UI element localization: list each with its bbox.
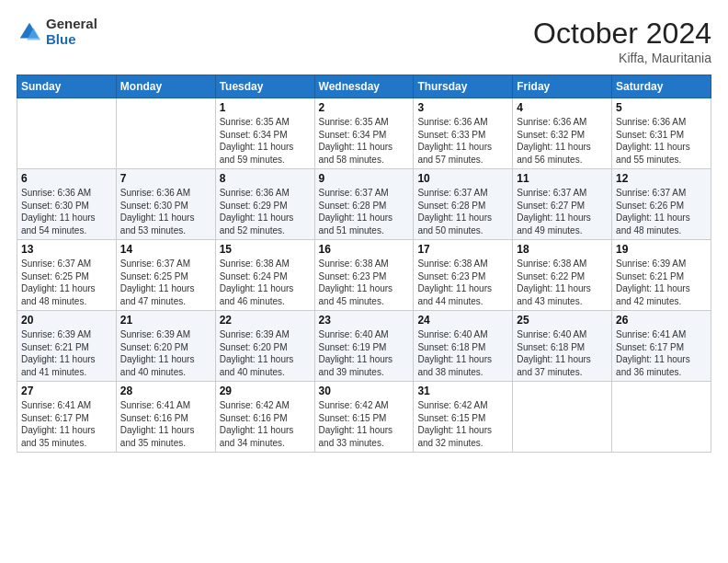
day-cell: 11Sunrise: 6:37 AMSunset: 6:27 PMDayligh… (513, 169, 612, 240)
week-row-4: 20Sunrise: 6:39 AMSunset: 6:21 PMDayligh… (17, 311, 711, 382)
day-info: Sunrise: 6:37 AMSunset: 6:28 PMDaylight:… (417, 187, 508, 236)
day-info: Sunrise: 6:35 AMSunset: 6:34 PMDaylight:… (220, 116, 311, 166)
day-cell: 22Sunrise: 6:39 AMSunset: 6:20 PMDayligh… (215, 311, 314, 382)
day-cell: 21Sunrise: 6:39 AMSunset: 6:20 PMDayligh… (116, 311, 215, 382)
day-info: Sunrise: 6:42 AMSunset: 6:15 PMDaylight:… (417, 399, 508, 449)
day-number: 27 (21, 385, 112, 397)
day-cell: 15Sunrise: 6:38 AMSunset: 6:24 PMDayligh… (215, 240, 314, 311)
day-info: Sunrise: 6:39 AMSunset: 6:21 PMDaylight:… (616, 258, 707, 307)
header: General Blue October 2024 Kiffa, Maurita… (17, 17, 711, 65)
day-info: Sunrise: 6:42 AMSunset: 6:16 PMDaylight:… (220, 399, 311, 449)
day-info: Sunrise: 6:38 AMSunset: 6:23 PMDaylight:… (319, 258, 410, 307)
day-number: 12 (616, 172, 707, 185)
day-cell: 17Sunrise: 6:38 AMSunset: 6:23 PMDayligh… (414, 240, 513, 311)
day-info: Sunrise: 6:41 AMSunset: 6:17 PMDaylight:… (616, 328, 707, 378)
day-number: 16 (319, 243, 410, 256)
day-number: 30 (319, 385, 410, 397)
day-header-thursday: Thursday (414, 75, 513, 98)
day-number: 6 (21, 172, 112, 185)
day-cell: 26Sunrise: 6:41 AMSunset: 6:17 PMDayligh… (612, 311, 711, 382)
day-number: 29 (220, 385, 311, 397)
day-info: Sunrise: 6:39 AMSunset: 6:20 PMDaylight:… (220, 328, 311, 378)
day-info: Sunrise: 6:40 AMSunset: 6:19 PMDaylight:… (319, 328, 410, 378)
day-info: Sunrise: 6:39 AMSunset: 6:20 PMDaylight:… (120, 328, 211, 378)
day-info: Sunrise: 6:35 AMSunset: 6:34 PMDaylight:… (319, 116, 410, 166)
day-cell: 24Sunrise: 6:40 AMSunset: 6:18 PMDayligh… (414, 311, 513, 382)
day-info: Sunrise: 6:36 AMSunset: 6:32 PMDaylight:… (517, 116, 608, 166)
day-info: Sunrise: 6:39 AMSunset: 6:21 PMDaylight:… (21, 328, 112, 378)
week-row-3: 13Sunrise: 6:37 AMSunset: 6:25 PMDayligh… (17, 240, 711, 311)
logo: General Blue (17, 17, 97, 47)
day-info: Sunrise: 6:37 AMSunset: 6:25 PMDaylight:… (120, 258, 211, 307)
day-cell: 1Sunrise: 6:35 AMSunset: 6:34 PMDaylight… (215, 98, 314, 169)
day-cell (17, 98, 117, 169)
day-number: 15 (220, 243, 311, 256)
day-cell (612, 382, 711, 453)
day-cell: 31Sunrise: 6:42 AMSunset: 6:15 PMDayligh… (414, 382, 513, 453)
day-cell: 2Sunrise: 6:35 AMSunset: 6:34 PMDaylight… (314, 98, 414, 169)
day-info: Sunrise: 6:40 AMSunset: 6:18 PMDaylight:… (417, 328, 508, 378)
header-row: SundayMondayTuesdayWednesdayThursdayFrid… (17, 75, 711, 98)
week-row-2: 6Sunrise: 6:36 AMSunset: 6:30 PMDaylight… (17, 169, 711, 240)
day-cell: 8Sunrise: 6:36 AMSunset: 6:29 PMDaylight… (215, 169, 314, 240)
day-info: Sunrise: 6:37 AMSunset: 6:26 PMDaylight:… (616, 187, 707, 236)
calendar-table: SundayMondayTuesdayWednesdayThursdayFrid… (17, 75, 711, 453)
title-block: October 2024 Kiffa, Mauritania (533, 17, 711, 65)
day-info: Sunrise: 6:36 AMSunset: 6:31 PMDaylight:… (616, 116, 707, 166)
day-info: Sunrise: 6:40 AMSunset: 6:18 PMDaylight:… (517, 328, 608, 378)
logo-general-label: General (46, 17, 97, 32)
day-number: 20 (21, 314, 112, 327)
day-info: Sunrise: 6:37 AMSunset: 6:27 PMDaylight:… (517, 187, 608, 236)
day-info: Sunrise: 6:36 AMSunset: 6:30 PMDaylight:… (120, 187, 211, 236)
day-number: 1 (220, 101, 311, 114)
day-cell: 14Sunrise: 6:37 AMSunset: 6:25 PMDayligh… (116, 240, 215, 311)
page: General Blue October 2024 Kiffa, Maurita… (0, 0, 728, 563)
day-info: Sunrise: 6:41 AMSunset: 6:17 PMDaylight:… (21, 399, 112, 449)
day-cell: 29Sunrise: 6:42 AMSunset: 6:16 PMDayligh… (215, 382, 314, 453)
day-number: 31 (417, 385, 508, 397)
day-number: 3 (417, 101, 508, 114)
day-info: Sunrise: 6:41 AMSunset: 6:16 PMDaylight:… (120, 399, 211, 449)
day-number: 22 (220, 314, 311, 327)
day-cell: 30Sunrise: 6:42 AMSunset: 6:15 PMDayligh… (314, 382, 414, 453)
day-cell: 6Sunrise: 6:36 AMSunset: 6:30 PMDaylight… (17, 169, 117, 240)
day-cell (513, 382, 612, 453)
day-number: 21 (120, 314, 211, 327)
day-number: 26 (616, 314, 707, 327)
day-info: Sunrise: 6:36 AMSunset: 6:29 PMDaylight:… (220, 187, 311, 236)
day-number: 18 (517, 243, 608, 256)
day-info: Sunrise: 6:38 AMSunset: 6:23 PMDaylight:… (417, 258, 508, 307)
day-number: 19 (616, 243, 707, 256)
day-cell: 20Sunrise: 6:39 AMSunset: 6:21 PMDayligh… (17, 311, 117, 382)
day-header-saturday: Saturday (612, 75, 711, 98)
day-cell: 10Sunrise: 6:37 AMSunset: 6:28 PMDayligh… (414, 169, 513, 240)
day-info: Sunrise: 6:36 AMSunset: 6:33 PMDaylight:… (417, 116, 508, 166)
day-info: Sunrise: 6:37 AMSunset: 6:25 PMDaylight:… (21, 258, 112, 307)
day-info: Sunrise: 6:36 AMSunset: 6:30 PMDaylight:… (21, 187, 112, 236)
week-row-5: 27Sunrise: 6:41 AMSunset: 6:17 PMDayligh… (17, 382, 711, 453)
day-cell: 3Sunrise: 6:36 AMSunset: 6:33 PMDaylight… (414, 98, 513, 169)
day-number: 17 (417, 243, 508, 256)
day-number: 4 (517, 101, 608, 114)
day-number: 23 (319, 314, 410, 327)
calendar-header: SundayMondayTuesdayWednesdayThursdayFrid… (17, 75, 711, 98)
day-number: 11 (517, 172, 608, 185)
logo-icon (17, 19, 42, 45)
day-number: 7 (120, 172, 211, 185)
day-number: 14 (120, 243, 211, 256)
day-cell: 25Sunrise: 6:40 AMSunset: 6:18 PMDayligh… (513, 311, 612, 382)
day-header-sunday: Sunday (17, 75, 117, 98)
day-header-wednesday: Wednesday (314, 75, 414, 98)
day-info: Sunrise: 6:42 AMSunset: 6:15 PMDaylight:… (319, 399, 410, 449)
week-row-1: 1Sunrise: 6:35 AMSunset: 6:34 PMDaylight… (17, 98, 711, 169)
day-cell: 7Sunrise: 6:36 AMSunset: 6:30 PMDaylight… (116, 169, 215, 240)
day-cell: 16Sunrise: 6:38 AMSunset: 6:23 PMDayligh… (314, 240, 414, 311)
day-cell: 23Sunrise: 6:40 AMSunset: 6:19 PMDayligh… (314, 311, 414, 382)
day-number: 2 (319, 101, 410, 114)
day-number: 13 (21, 243, 112, 256)
day-cell: 9Sunrise: 6:37 AMSunset: 6:28 PMDaylight… (314, 169, 414, 240)
day-number: 25 (517, 314, 608, 327)
logo-text: General Blue (46, 17, 97, 47)
day-info: Sunrise: 6:38 AMSunset: 6:24 PMDaylight:… (220, 258, 311, 307)
day-cell: 5Sunrise: 6:36 AMSunset: 6:31 PMDaylight… (612, 98, 711, 169)
